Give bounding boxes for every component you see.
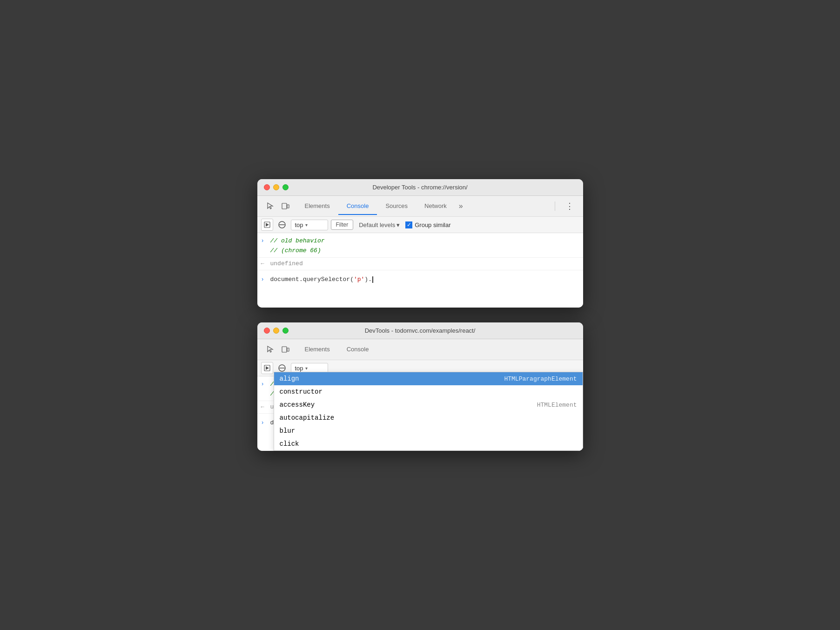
ac-item-name-align: align	[280, 375, 299, 382]
input-arrow-2: ›	[261, 380, 267, 389]
devtools-window-1: Developer Tools - chrome://version/ Elem…	[257, 179, 583, 308]
autocomplete-item-blur[interactable]: blur	[274, 424, 583, 437]
minimize-button[interactable]	[273, 184, 279, 190]
ac-item-name-constructor: constructor	[280, 388, 323, 395]
tab-bar-2: Elements Console	[257, 339, 583, 360]
window-title-2: DevTools - todomvc.com/examples/react/	[365, 327, 476, 334]
comment-line-2: // (chrome 66)	[270, 246, 579, 256]
ac-item-name-autocapitalize: autocapitalize	[280, 414, 335, 422]
ac-item-name-blur: blur	[280, 427, 296, 435]
entry-content-active-1: document.querySelector('p').	[270, 275, 579, 285]
devtools-menu-icon[interactable]: ⋮	[561, 197, 579, 215]
console-area-2: › // new behavior // (chrome 68) ← undef…	[257, 376, 583, 451]
input-arrow-active-1: ›	[261, 275, 267, 284]
input-text-1: document.querySelector(	[270, 276, 354, 283]
svg-rect-1	[287, 205, 289, 208]
group-similar-checkbox[interactable]: ✓	[405, 221, 412, 228]
input-after-1: ).	[364, 276, 372, 283]
svg-rect-0	[282, 203, 287, 209]
console-toolbar-1: top ▾ Filter Default levels ▾ ✓ Group si…	[257, 217, 583, 233]
more-tabs-icon-1[interactable]: »	[455, 197, 467, 215]
tab-network-1[interactable]: Network	[416, 198, 455, 215]
separator-1	[555, 201, 555, 211]
input-arrow-active-2: ›	[261, 419, 267, 428]
ac-item-type-accesskey: HTMLElement	[537, 402, 577, 409]
filter-button-1[interactable]: Filter	[331, 220, 354, 230]
default-levels-button[interactable]: Default levels ▾	[356, 220, 403, 230]
tab-bar-right-1: ⋮	[553, 197, 579, 215]
ac-item-name-accesskey: accessKey	[280, 401, 315, 409]
autocomplete-item-click[interactable]: click	[274, 437, 583, 450]
autocomplete-item-constructor[interactable]: constructor	[274, 385, 583, 398]
autocomplete-item-autocapitalize[interactable]: autocapitalize	[274, 411, 583, 424]
comment-line-1: // old behavior	[270, 236, 579, 246]
cursor-tool-icon[interactable]	[264, 200, 277, 213]
console-output-1: › // old behavior // (chrome 66) ← undef…	[257, 233, 583, 308]
console-entry-undefined-1: ← undefined	[257, 258, 583, 271]
tab-bar-1: Elements Console Sources Network » ⋮	[257, 196, 583, 217]
svg-marker-9	[266, 366, 269, 370]
context-value-1: top	[295, 221, 303, 228]
title-bar-2: DevTools - todomvc.com/examples/react/	[257, 322, 583, 339]
console-entry-comment-1: › // old behavior // (chrome 66)	[257, 235, 583, 258]
input-arrow-1: ›	[261, 237, 267, 246]
autocomplete-item-align[interactable]: align HTMLParagraphElement	[274, 372, 583, 385]
run-script-button-2[interactable]	[261, 362, 273, 374]
tab-sources-1[interactable]: Sources	[377, 198, 416, 215]
ac-item-name-click: click	[280, 440, 299, 448]
traffic-lights-1	[264, 184, 289, 190]
tab-console-1[interactable]: Console	[338, 198, 377, 215]
entry-content-1: // old behavior // (chrome 66)	[270, 236, 579, 256]
title-bar-1: Developer Tools - chrome://version/	[257, 179, 583, 196]
output-arrow-2: ←	[261, 403, 267, 412]
devtools-window-2: DevTools - todomvc.com/examples/react/ E…	[257, 322, 583, 451]
group-similar-toggle[interactable]: ✓ Group similar	[405, 221, 450, 228]
maximize-button[interactable]	[282, 184, 289, 190]
output-arrow-1: ←	[261, 260, 267, 268]
svg-marker-3	[266, 223, 269, 227]
tab-icons-1	[261, 196, 295, 216]
close-button-2[interactable]	[264, 328, 270, 334]
svg-rect-6	[282, 347, 287, 352]
maximize-button-2[interactable]	[282, 328, 289, 334]
cursor-tool-icon-2[interactable]	[264, 343, 277, 356]
close-button[interactable]	[264, 184, 270, 190]
ac-item-type-align: HTMLParagraphElement	[504, 375, 577, 382]
console-entry-active-1[interactable]: › document.querySelector('p').	[257, 270, 583, 289]
tab-icons-2	[261, 339, 295, 360]
context-arrow-icon: ▾	[305, 222, 308, 228]
context-selector-1[interactable]: top ▾	[291, 220, 328, 230]
run-script-button[interactable]	[261, 219, 273, 231]
autocomplete-item-accesskey[interactable]: accessKey HTMLElement	[274, 398, 583, 411]
window-title-1: Developer Tools - chrome://version/	[372, 184, 467, 191]
device-toggle-icon[interactable]	[279, 200, 292, 213]
context-value-2: top	[295, 365, 303, 372]
autocomplete-dropdown: align HTMLParagraphElement constructor a…	[274, 372, 583, 451]
device-toggle-icon-2[interactable]	[279, 343, 292, 356]
tab-elements-1[interactable]: Elements	[296, 198, 338, 215]
svg-rect-7	[287, 348, 289, 351]
clear-console-button[interactable]	[276, 219, 288, 231]
context-arrow-icon-2: ▾	[305, 366, 308, 371]
text-cursor-1	[372, 276, 373, 283]
input-string-1: 'p'	[354, 276, 364, 283]
tab-elements-2[interactable]: Elements	[296, 341, 338, 358]
output-value-1: undefined	[270, 259, 303, 269]
traffic-lights-2	[264, 328, 289, 334]
minimize-button-2[interactable]	[273, 328, 279, 334]
tab-console-2[interactable]: Console	[338, 341, 377, 358]
